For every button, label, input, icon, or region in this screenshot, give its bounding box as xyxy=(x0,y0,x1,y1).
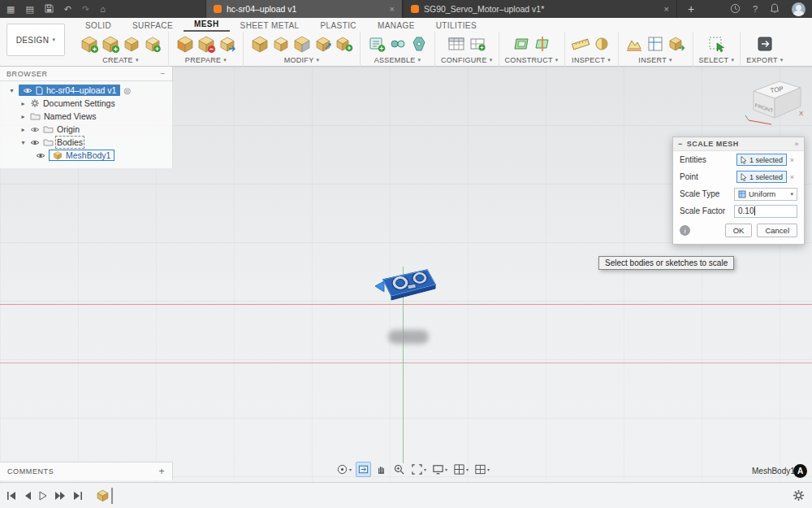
joint-origin-icon[interactable] xyxy=(408,34,429,54)
tree-row-meshbody1[interactable]: MeshBody1 xyxy=(0,149,172,162)
info-icon[interactable]: i xyxy=(680,225,690,236)
timeline-settings-gear-icon[interactable] xyxy=(793,489,805,505)
skip-to-start-icon[interactable] xyxy=(6,491,16,501)
tree-row-named-views[interactable]: ▸ Named Views xyxy=(0,110,172,123)
insert-mesh-icon[interactable] xyxy=(100,34,120,54)
ok-button[interactable]: OK xyxy=(725,224,753,237)
tab-sheet-metal[interactable]: SHEET METAL xyxy=(230,20,310,32)
remesh-icon[interactable] xyxy=(249,34,270,54)
group-label-insert[interactable]: INSERT ▾ xyxy=(638,56,672,64)
redo-icon[interactable]: ↷ xyxy=(82,5,89,14)
insert-svg-icon[interactable] xyxy=(646,34,666,54)
create-mesh-icon[interactable] xyxy=(79,34,99,54)
meshbody-selected-highlight[interactable]: MeshBody1 xyxy=(49,150,114,161)
tab-surface[interactable]: SURFACE xyxy=(122,20,184,32)
visibility-eye-icon[interactable] xyxy=(36,152,45,159)
display-settings-icon[interactable]: ▾ xyxy=(430,462,449,477)
insert-derive-icon[interactable] xyxy=(667,34,687,54)
group-label-create[interactable]: CREATE ▾ xyxy=(102,56,138,64)
collapse-panel-icon[interactable]: − xyxy=(161,69,166,78)
viewports-icon[interactable]: ▾ xyxy=(473,462,491,477)
document-tab-active[interactable]: hc-sr04–upload v1 × xyxy=(205,0,403,18)
fit-view-icon[interactable]: ▾ xyxy=(409,462,428,477)
grid-snaps-icon[interactable]: ▾ xyxy=(451,462,470,477)
user-avatar[interactable] xyxy=(792,2,806,16)
new-tab-icon[interactable]: + xyxy=(688,2,694,15)
step-forward-icon[interactable] xyxy=(54,491,66,501)
section-analysis-icon[interactable] xyxy=(592,34,612,54)
new-component-icon[interactable] xyxy=(366,34,387,54)
zoom-icon[interactable] xyxy=(391,462,407,477)
skip-to-end-icon[interactable] xyxy=(73,491,83,501)
document-tab-inactive[interactable]: SG90_Servo_Motor–upload v1* × xyxy=(403,0,677,18)
root-selection[interactable]: hc-sr04–upload v1 xyxy=(19,85,120,96)
visibility-eye-icon[interactable] xyxy=(30,139,40,146)
point-selection-button[interactable]: 1 selected xyxy=(736,171,787,183)
viewport-canvas[interactable]: BROWSER − ▾ hc-sr04–upload v1 ◎ ▸ Docu xyxy=(0,67,812,482)
erase-and-fill-icon[interactable] xyxy=(292,34,312,54)
workspace-switcher-design[interactable]: DESIGN ▾ xyxy=(6,24,65,56)
caret-closed-icon[interactable]: ▸ xyxy=(19,126,27,133)
timeline-position-marker[interactable] xyxy=(111,488,113,504)
scale-type-dropdown[interactable]: Uniform ▾ xyxy=(734,188,797,201)
joint-icon[interactable] xyxy=(387,34,408,54)
group-label-export[interactable]: EXPORT ▾ xyxy=(746,56,783,64)
close-tab-icon[interactable]: × xyxy=(383,4,395,14)
timeline-feature-marker[interactable] xyxy=(96,488,113,504)
save-icon[interactable] xyxy=(45,4,54,15)
caret-closed-icon[interactable]: ▸ xyxy=(19,100,27,107)
dialog-expand-icon[interactable]: » xyxy=(794,140,799,148)
pan-hand-icon[interactable] xyxy=(374,462,389,477)
tree-row-root[interactable]: ▾ hc-sr04–upload v1 ◎ xyxy=(0,84,172,97)
comments-panel[interactable]: COMMENTS + xyxy=(0,462,173,480)
undo-icon[interactable]: ↶ xyxy=(64,5,71,14)
group-label-select[interactable]: SELECT ▾ xyxy=(699,56,735,64)
play-icon[interactable] xyxy=(39,491,47,501)
tab-plastic[interactable]: PLASTIC xyxy=(310,20,367,32)
select-tool-icon[interactable] xyxy=(706,34,727,54)
caret-open-icon[interactable]: ▾ xyxy=(19,139,27,146)
mesh-body-hcsr04[interactable] xyxy=(374,265,440,310)
tree-row-origin[interactable]: ▸ Origin xyxy=(0,123,172,136)
scale-factor-input[interactable]: 0.10 xyxy=(734,205,797,218)
generate-face-groups-icon[interactable] xyxy=(175,34,195,54)
clear-selection-icon[interactable]: × xyxy=(787,156,797,164)
tab-mesh[interactable]: MESH xyxy=(184,18,230,32)
scale-mesh-icon[interactable] xyxy=(313,34,333,54)
smooth-mesh-icon[interactable] xyxy=(270,34,291,54)
group-label-inspect[interactable]: INSPECT ▾ xyxy=(572,56,611,64)
group-label-configure[interactable]: CONFIGURE ▾ xyxy=(441,56,493,64)
measure-icon[interactable] xyxy=(571,34,591,54)
create-mesh-section-icon[interactable] xyxy=(142,34,162,54)
orbit-icon[interactable]: ▾ xyxy=(335,462,353,477)
add-comment-icon[interactable]: + xyxy=(158,466,165,477)
scale-mesh-feature-icon[interactable] xyxy=(96,488,110,502)
browser-header[interactable]: BROWSER − xyxy=(0,67,173,81)
configuration-table-icon[interactable] xyxy=(446,34,466,54)
look-at-icon[interactable] xyxy=(356,462,371,477)
autodesk-logo-badge[interactable]: A xyxy=(793,464,807,478)
cancel-button[interactable]: Cancel xyxy=(757,224,797,237)
activate-component-icon[interactable]: ◎ xyxy=(123,86,131,95)
history-clock-icon[interactable] xyxy=(730,3,741,15)
tab-manage[interactable]: MANAGE xyxy=(367,20,425,32)
tab-solid[interactable]: SOLID xyxy=(75,20,122,32)
tab-utilities[interactable]: UTILITIES xyxy=(425,20,487,32)
insert-canvas-icon[interactable] xyxy=(624,34,645,54)
group-label-modify[interactable]: MODIFY ▾ xyxy=(284,56,320,64)
group-label-assemble[interactable]: ASSEMBLE ▾ xyxy=(374,56,421,64)
home-icon[interactable]: ⌂ xyxy=(100,5,106,14)
configure-feature-icon[interactable] xyxy=(467,34,487,54)
repair-mesh-icon[interactable] xyxy=(196,34,216,54)
app-menu-icon[interactable]: ▦ xyxy=(6,5,15,14)
caret-open-icon[interactable]: ▾ xyxy=(8,87,15,94)
notifications-bell-icon[interactable] xyxy=(770,3,780,15)
file-menu-icon[interactable]: ▤ xyxy=(25,5,33,14)
close-tab-icon[interactable]: × xyxy=(658,4,669,14)
combine-mesh-icon[interactable] xyxy=(334,34,354,54)
step-back-icon[interactable] xyxy=(24,491,32,501)
construction-plane-icon[interactable] xyxy=(511,34,531,54)
entities-selection-button[interactable]: 1 selected xyxy=(736,154,787,166)
group-label-construct[interactable]: CONSTRUCT ▾ xyxy=(505,56,559,64)
group-label-prepare[interactable]: PREPARE ▾ xyxy=(185,56,227,64)
